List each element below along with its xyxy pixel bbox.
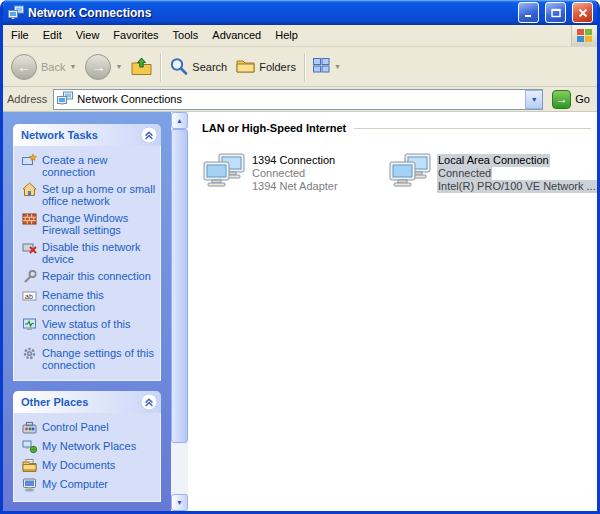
maximize-button[interactable] [545, 2, 566, 23]
network-tasks-header[interactable]: Network Tasks [13, 124, 161, 146]
search-button-label: Search [192, 61, 227, 73]
connection-tile-1394[interactable]: 1394 Connection Connected 1394 Net Adapt… [202, 152, 388, 193]
place-label: Control Panel [42, 420, 109, 433]
task-label: View status of this connection [42, 317, 158, 342]
other-places-header[interactable]: Other Places [13, 391, 161, 413]
scrollbar-track[interactable] [171, 129, 188, 494]
other-places-section: Other Places Control Panel My Network Pl… [13, 391, 161, 502]
disable-device-icon [22, 240, 37, 255]
task-home-network[interactable]: Set up a home or small office network [22, 182, 158, 207]
network-places-icon [22, 439, 37, 454]
scrollbar-thumb[interactable] [171, 129, 188, 443]
close-button[interactable] [572, 2, 593, 23]
group-title: LAN or High-Speed Internet [202, 122, 346, 134]
task-label: Change Windows Firewall settings [42, 211, 158, 236]
sidebar-scrollbar[interactable]: ▲ ▼ [171, 112, 188, 511]
address-label: Address [7, 93, 47, 105]
task-create-connection[interactable]: Create a new connection [22, 153, 158, 178]
task-label: Rename this connection [42, 288, 158, 313]
collapse-chevron-icon[interactable] [140, 393, 158, 411]
back-dropdown-icon[interactable]: ▼ [69, 63, 76, 70]
settings-gear-icon [22, 346, 37, 361]
place-control-panel[interactable]: Control Panel [22, 420, 158, 435]
main-content: LAN or High-Speed Internet 1394 Connecti… [188, 112, 597, 511]
content-area: Network Tasks Create a new connection Se… [3, 112, 597, 511]
menu-bar: File Edit View Favorites Tools Advanced … [3, 25, 597, 47]
back-icon: ← [11, 54, 37, 80]
rename-icon: ab [22, 288, 37, 303]
place-my-documents[interactable]: My Documents [22, 458, 158, 473]
connections-list: 1394 Connection Connected 1394 Net Adapt… [202, 152, 591, 193]
connection-text: Local Area Connection Connected Intel(R)… [437, 152, 591, 193]
task-repair-connection[interactable]: Repair this connection [22, 269, 158, 284]
network-tasks-section: Network Tasks Create a new connection Se… [13, 124, 161, 381]
task-label: Repair this connection [42, 269, 151, 282]
firewall-icon [22, 211, 37, 226]
repair-wrench-icon [22, 269, 37, 284]
place-my-computer[interactable]: My Computer [22, 477, 158, 492]
menu-item-tools[interactable]: Tools [166, 25, 206, 46]
network-tasks-title: Network Tasks [21, 129, 140, 141]
network-connections-window: Network Connections File Edit View Favor… [0, 0, 600, 514]
menu-item-file[interactable]: File [4, 25, 36, 46]
search-button[interactable]: Search [165, 54, 231, 80]
address-dropdown-button[interactable]: ▼ [525, 90, 542, 109]
folder-icon [236, 58, 255, 75]
toolbar-separator [160, 53, 161, 81]
window-title: Network Connections [28, 6, 512, 20]
menu-item-edit[interactable]: Edit [36, 25, 69, 46]
task-firewall-settings[interactable]: Change Windows Firewall settings [22, 211, 158, 236]
views-dropdown-icon[interactable]: ▼ [334, 63, 341, 70]
connection-computers-icon [388, 152, 434, 193]
go-button[interactable]: → Go [549, 90, 593, 109]
menu-item-view[interactable]: View [69, 25, 107, 46]
connection-name: 1394 Connection [251, 154, 339, 167]
title-bar[interactable]: Network Connections [3, 0, 597, 25]
views-grid-icon [313, 58, 330, 75]
menu-item-favorites[interactable]: Favorites [106, 25, 165, 46]
folders-button-label: Folders [259, 61, 296, 73]
menu-item-advanced[interactable]: Advanced [205, 25, 268, 46]
place-label: My Computer [42, 477, 108, 490]
connection-device: 1394 Net Adapter [251, 180, 339, 193]
my-computer-icon [22, 477, 37, 492]
place-my-network-places[interactable]: My Network Places [22, 439, 158, 454]
place-label: My Documents [42, 458, 115, 471]
back-button[interactable]: ← Back ▼ [7, 51, 80, 83]
back-button-label: Back [41, 61, 65, 73]
window-icon network-connections-icon [8, 5, 24, 21]
svg-text:ab: ab [25, 293, 33, 300]
connection-name: Local Area Connection [437, 154, 591, 167]
task-disable-device[interactable]: Disable this network device [22, 240, 158, 265]
collapse-chevron-icon[interactable] [140, 126, 158, 144]
folders-button[interactable]: Folders [232, 55, 300, 78]
connection-status: Connected [437, 167, 591, 180]
connection-computers-icon [202, 152, 248, 193]
toolbar: ← Back ▼ → ▼ Search Folders [3, 47, 597, 87]
view-status-icon [22, 317, 37, 332]
task-pane: Network Tasks Create a new connection Se… [3, 112, 171, 511]
toolbar-separator [304, 53, 305, 81]
up-button[interactable] [127, 54, 156, 80]
windows-logo [571, 25, 597, 46]
place-label: My Network Places [42, 439, 136, 452]
address-combo[interactable]: Network Connections ▼ [53, 89, 543, 110]
new-connection-icon [22, 153, 37, 168]
forward-button[interactable]: → ▼ [81, 51, 126, 83]
task-view-status[interactable]: View status of this connection [22, 317, 158, 342]
scroll-down-button[interactable]: ▼ [171, 494, 188, 511]
task-rename-connection[interactable]: ab Rename this connection [22, 288, 158, 313]
other-places-body: Control Panel My Network Places My Docum… [13, 413, 161, 502]
scroll-up-button[interactable]: ▲ [171, 112, 188, 129]
task-label: Create a new connection [42, 153, 158, 178]
minimize-button[interactable] [518, 2, 539, 23]
task-label: Change settings of this connection [42, 346, 158, 371]
forward-dropdown-icon[interactable]: ▼ [115, 63, 122, 70]
group-header: LAN or High-Speed Internet [202, 122, 591, 134]
connection-tile-local-area[interactable]: Local Area Connection Connected Intel(R)… [388, 152, 591, 193]
menu-item-help[interactable]: Help [268, 25, 305, 46]
task-change-settings[interactable]: Change settings of this connection [22, 346, 158, 371]
views-button[interactable]: ▼ [309, 55, 345, 78]
connection-device: Intel(R) PRO/100 VE Network ... [437, 180, 591, 193]
my-documents-icon [22, 458, 37, 473]
